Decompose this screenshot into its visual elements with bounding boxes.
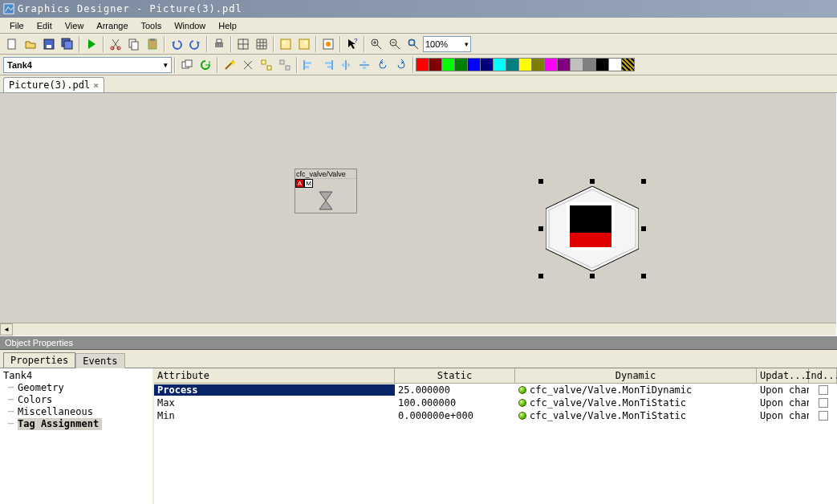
horizontal-scrollbar[interactable]: ◄ (0, 323, 836, 335)
tree-item-colors[interactable]: Colors (3, 394, 149, 406)
selection-handle[interactable] (641, 179, 646, 184)
header-attribute[interactable]: Attribute (154, 368, 395, 383)
save-icon[interactable] (40, 35, 58, 53)
grid-icon[interactable] (253, 35, 270, 53)
swatch[interactable] (518, 58, 532, 71)
header-static[interactable]: Static (395, 368, 515, 383)
selection-handle[interactable] (538, 179, 543, 184)
zoom-in-icon[interactable] (368, 35, 385, 53)
tab-events[interactable]: Events (75, 353, 124, 368)
rotate-r-icon[interactable] (392, 56, 410, 74)
menu-tools[interactable]: Tools (135, 19, 169, 32)
layers-a-icon[interactable] (277, 35, 295, 53)
grid-row[interactable]: Min 0.000000e+000 cfc_valve/Valve.MonTiS… (154, 409, 837, 422)
selection-handle[interactable] (590, 274, 595, 278)
swatch[interactable] (480, 58, 494, 71)
swatch[interactable] (441, 58, 455, 71)
properties-tree[interactable]: Tank4 Geometry Colors Miscellaneous Tag … (0, 368, 154, 504)
swatch[interactable] (557, 58, 571, 71)
swatch[interactable] (467, 58, 481, 71)
header-ind[interactable]: Ind... (809, 368, 837, 383)
close-icon[interactable]: × (93, 80, 99, 91)
swatch[interactable] (608, 58, 622, 71)
props-icon[interactable] (319, 35, 337, 53)
properties-body: Tank4 Geometry Colors Miscellaneous Tag … (0, 368, 837, 504)
swatch[interactable] (544, 58, 558, 71)
ungroup-icon[interactable] (276, 56, 294, 74)
zoom-fit-icon[interactable] (404, 35, 422, 53)
flip-h-icon[interactable] (337, 56, 355, 74)
clone-icon[interactable] (178, 56, 196, 74)
separator (412, 57, 414, 73)
help-pointer-icon[interactable]: ? (343, 35, 361, 53)
file-tab-label: Picture(3).pdl (9, 79, 90, 91)
align-right-icon[interactable] (319, 56, 336, 74)
tree-item-misc[interactable]: Miscellaneous (3, 406, 149, 418)
header-update[interactable]: Updat... (757, 368, 809, 383)
new-icon[interactable] (3, 35, 21, 53)
run-icon[interactable] (83, 35, 100, 53)
swatch[interactable] (506, 58, 519, 71)
grid-row[interactable]: Process 25.000000 cfc_valve/Valve.MonTiD… (154, 384, 837, 396)
swatch[interactable] (416, 58, 429, 71)
print-icon[interactable] (210, 35, 228, 53)
layers-b-icon[interactable] (295, 35, 313, 53)
group-icon[interactable] (258, 56, 275, 74)
align-left-icon[interactable] (300, 56, 318, 74)
swatch[interactable] (570, 58, 583, 71)
header-dynamic[interactable]: Dynamic (515, 368, 757, 383)
menu-file[interactable]: File (3, 19, 30, 32)
checkbox[interactable] (819, 398, 828, 408)
swatch[interactable] (531, 58, 545, 71)
grid-row[interactable]: Max 100.000000 cfc_valve/Valve.MonTiStat… (154, 396, 837, 409)
menu-window[interactable]: Window (168, 19, 212, 32)
swatch[interactable] (493, 58, 506, 71)
tree-root[interactable]: Tank4 (3, 370, 149, 382)
swatch[interactable] (583, 58, 596, 71)
tree-item-tag-assignment[interactable]: Tag Assignment (3, 418, 149, 430)
rotate-l-icon[interactable] (374, 56, 392, 74)
swatch-custom[interactable] (621, 58, 635, 71)
scroll-left-icon[interactable]: ◄ (0, 323, 13, 335)
copy-icon[interactable] (125, 35, 143, 53)
scroll-track[interactable] (13, 323, 836, 335)
undo-icon[interactable] (168, 35, 185, 53)
swatch[interactable] (429, 58, 442, 71)
selection-handle[interactable] (538, 274, 543, 278)
file-tab[interactable]: Picture(3).pdl × (3, 77, 104, 92)
menu-arrange[interactable]: Arrange (90, 19, 134, 32)
menu-view[interactable]: View (59, 19, 91, 32)
open-icon[interactable] (22, 35, 39, 53)
snap-icon[interactable] (234, 35, 252, 53)
zoom-combo[interactable]: 100%▾ (423, 36, 471, 52)
swatch[interactable] (454, 58, 468, 71)
wand-icon[interactable] (221, 56, 238, 74)
selection-handle[interactable] (641, 226, 646, 231)
design-canvas[interactable]: cfc_valve/Valve A M ◄ (0, 93, 837, 335)
tab-properties[interactable]: Properties (3, 352, 75, 368)
menu-edit[interactable]: Edit (30, 19, 59, 32)
hourglass-icon (295, 189, 356, 213)
selection-handle[interactable] (538, 226, 543, 231)
selection-handle[interactable] (641, 274, 646, 278)
reload-icon[interactable] (197, 56, 214, 74)
checkbox[interactable] (819, 385, 828, 395)
object-name-combo[interactable]: Tank4 ▾ (3, 57, 172, 73)
cell-update: Upon chan (757, 410, 809, 421)
tank-object-selected[interactable] (541, 181, 644, 276)
cut-icon[interactable] (107, 35, 124, 53)
tree-item-geometry[interactable]: Geometry (3, 382, 149, 394)
valve-object[interactable]: cfc_valve/Valve A M (295, 169, 357, 213)
menu-help[interactable]: Help (212, 19, 243, 32)
cut2-icon[interactable] (239, 56, 257, 74)
cell-ind (809, 398, 837, 408)
swatch[interactable] (595, 58, 609, 71)
paste-icon[interactable] (144, 35, 161, 53)
valve-label: cfc_valve/Valve (295, 169, 356, 179)
zoom-out-icon[interactable] (386, 35, 404, 53)
flip-v-icon[interactable] (356, 56, 373, 74)
selection-handle[interactable] (590, 179, 595, 184)
redo-icon[interactable] (186, 35, 204, 53)
checkbox[interactable] (819, 411, 828, 421)
save-all-icon[interactable] (59, 35, 76, 53)
